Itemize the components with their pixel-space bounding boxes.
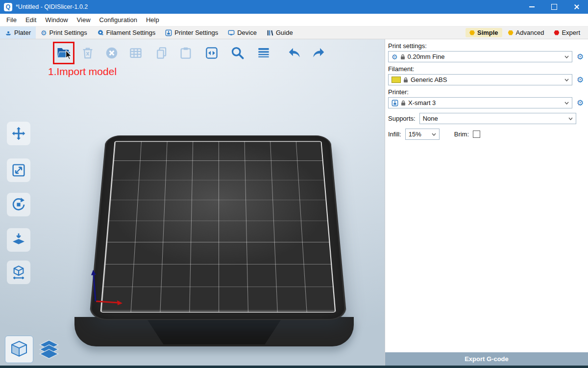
brim-checkbox[interactable]	[473, 131, 480, 138]
window-controls	[520, 0, 588, 14]
hexagon-icon	[469, 30, 475, 35]
filament-select[interactable]: Generic ABS	[388, 74, 572, 85]
delete-button[interactable]	[78, 43, 97, 63]
tab-label: Printer Settings	[174, 29, 218, 36]
close-icon	[574, 4, 580, 10]
mode-advanced[interactable]: Advanced	[504, 28, 548, 37]
maximize-button[interactable]	[543, 0, 565, 14]
split-button[interactable]	[202, 43, 221, 63]
search-button[interactable]	[228, 43, 247, 63]
mode-label: Simple	[477, 29, 498, 36]
minimize-icon	[529, 6, 535, 7]
delete-all-button[interactable]	[102, 43, 121, 63]
tab-label: Filament Settings	[106, 29, 155, 36]
variable-layer-height-icon	[256, 46, 271, 60]
redo-icon	[311, 46, 326, 60]
viewport-3d[interactable]: 1.Import model	[0, 39, 385, 366]
infill-label: Infill:	[388, 131, 401, 138]
tab-label: Guide	[276, 29, 293, 36]
undo-button[interactable]	[285, 43, 304, 63]
chevron-down-icon	[564, 55, 569, 58]
menubar: File Edit Window View Configuration Help	[0, 14, 588, 26]
undo-icon	[287, 46, 302, 60]
redo-button[interactable]	[309, 43, 328, 63]
variable-layer-height-button[interactable]	[254, 43, 273, 63]
hexagon-icon	[554, 30, 559, 35]
chevron-down-icon	[568, 117, 573, 120]
3d-view-cube-icon	[9, 340, 29, 359]
tab-print-settings[interactable]: ⚙ Print Settings	[36, 26, 92, 39]
printer-icon	[392, 100, 398, 106]
titlebar: Q *Untitled - QIDISlicer-1.0.2	[0, 0, 588, 14]
maximize-icon	[551, 4, 557, 10]
tab-guide[interactable]: Guide	[262, 26, 298, 39]
brim-label: Brim:	[454, 131, 469, 138]
preview-layers-button[interactable]	[36, 338, 62, 361]
menu-file[interactable]: File	[2, 14, 21, 26]
annotation-import-model: 1.Import model	[48, 66, 117, 78]
scale-icon	[11, 162, 26, 178]
window-title: *Untitled - QIDISlicer-1.0.2	[16, 3, 88, 10]
tab-plater[interactable]: Plater	[0, 26, 36, 39]
tab-device[interactable]: Device	[223, 26, 262, 39]
menu-edit[interactable]: Edit	[21, 14, 41, 26]
place-on-face-tool-button[interactable]	[7, 228, 30, 252]
printer-label: Printer:	[388, 88, 585, 96]
print-profile-select[interactable]: ⚙ 0.20mm Fine	[388, 51, 572, 62]
tab-label: Print Settings	[49, 29, 87, 36]
paste-button[interactable]	[176, 43, 195, 63]
infill-value: 15%	[409, 131, 429, 138]
menu-help[interactable]: Help	[142, 14, 164, 26]
lock-icon	[400, 54, 405, 60]
supports-label: Supports:	[388, 115, 416, 122]
filament-label: Filament:	[388, 65, 585, 73]
gear-icon: ⚙	[41, 29, 47, 36]
supports-select[interactable]: None	[419, 113, 576, 124]
copy-icon	[154, 46, 169, 60]
measure-tool-button[interactable]	[7, 261, 30, 284]
device-icon	[228, 29, 235, 36]
settings-sidebar: Print settings: ⚙ 0.20mm Fine ⚙ Filament…	[385, 39, 588, 366]
printer-gear-button[interactable]: ⚙	[575, 99, 585, 107]
tabbar: Plater ⚙ Print Settings Filament Setting…	[0, 26, 588, 39]
mode-switcher: Simple Advanced Expert	[466, 28, 588, 37]
lock-icon	[403, 77, 408, 83]
printer-select[interactable]: X-smart 3	[388, 97, 572, 108]
close-button[interactable]	[565, 0, 588, 14]
infill-select[interactable]: 15%	[405, 129, 440, 140]
menu-view[interactable]: View	[73, 14, 95, 26]
plater-icon	[5, 29, 12, 36]
arrange-button[interactable]	[126, 43, 145, 63]
copy-button[interactable]	[152, 43, 171, 63]
scale-tool-button[interactable]	[7, 158, 30, 182]
filament-value: Generic ABS	[411, 76, 562, 83]
layers-preview-icon	[38, 340, 60, 359]
mode-simple[interactable]: Simple	[466, 28, 502, 37]
place-on-face-icon	[11, 232, 26, 248]
move-tool-button[interactable]	[7, 122, 30, 145]
filament-gear-button[interactable]: ⚙	[575, 76, 585, 84]
tab-label: Device	[237, 29, 257, 36]
rotate-icon	[11, 197, 26, 212]
menu-window[interactable]: Window	[41, 14, 72, 26]
minimize-button[interactable]	[520, 0, 543, 14]
3d-view-button[interactable]	[5, 336, 33, 363]
gear-icon: ⚙	[392, 53, 398, 60]
app-logo-icon: Q	[4, 3, 12, 11]
print-settings-label: Print settings:	[388, 42, 585, 50]
tab-printer-settings[interactable]: Printer Settings	[160, 26, 223, 39]
arrange-icon	[128, 46, 143, 60]
print-settings-gear-button[interactable]: ⚙	[575, 53, 585, 61]
chevron-down-icon	[564, 102, 569, 105]
menu-configuration[interactable]: Configuration	[95, 14, 142, 26]
supports-value: None	[423, 115, 566, 122]
tab-filament-settings[interactable]: Filament Settings	[92, 26, 160, 39]
mode-expert[interactable]: Expert	[550, 28, 584, 37]
rotate-tool-button[interactable]	[7, 193, 30, 216]
qidislicer-window: Q *Untitled - QIDISlicer-1.0.2 File Edit…	[0, 0, 588, 368]
delete-icon	[80, 46, 95, 60]
bed-handle-notch	[147, 320, 281, 344]
printer-value: X-smart 3	[408, 99, 562, 106]
export-gcode-button[interactable]: Export G-code	[385, 352, 588, 366]
move-icon	[11, 126, 26, 141]
